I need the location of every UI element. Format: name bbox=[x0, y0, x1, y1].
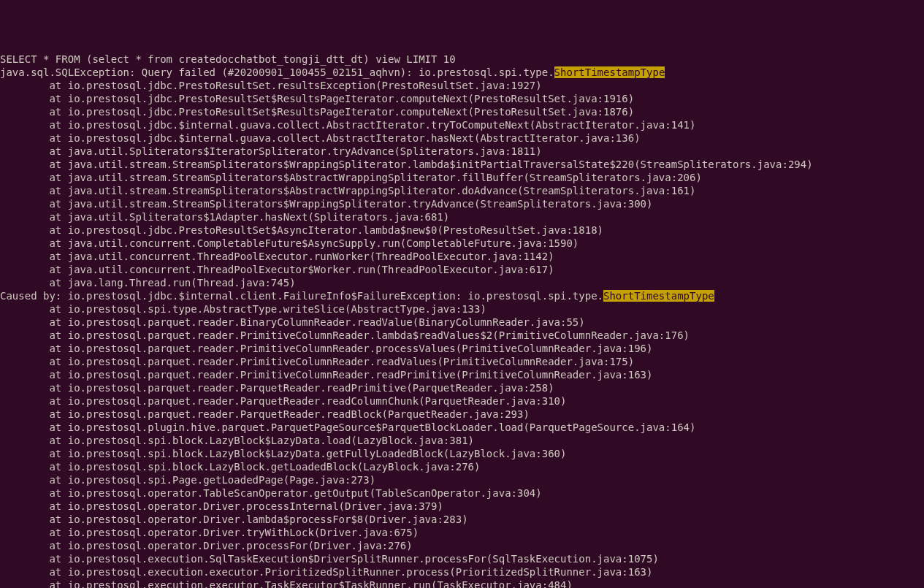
stacktrace-line: at io.prestosql.operator.Driver.tryWithL… bbox=[0, 526, 924, 539]
stacktrace-line: at io.prestosql.jdbc.PrestoResultSet$Res… bbox=[0, 105, 924, 118]
stacktrace-line: at io.prestosql.execution.executor.Prior… bbox=[0, 565, 924, 579]
stacktrace-line: at io.prestosql.plugin.hive.parquet.Parq… bbox=[0, 421, 924, 434]
stacktrace-line: at io.prestosql.jdbc.PrestoResultSet$Res… bbox=[0, 92, 924, 105]
stacktrace-line: at io.prestosql.parquet.reader.ParquetRe… bbox=[0, 394, 924, 408]
stacktrace-line: at io.prestosql.execution.SqlTaskExecuti… bbox=[0, 552, 924, 565]
stacktrace-line: at io.prestosql.jdbc.PrestoResultSet.res… bbox=[0, 79, 924, 92]
stacktrace-line: at io.prestosql.spi.block.LazyBlock.getL… bbox=[0, 460, 924, 473]
stacktrace-line: at io.prestosql.parquet.reader.Primitive… bbox=[0, 355, 924, 368]
stacktrace-line: at java.util.Spliterators$1Adapter.hasNe… bbox=[0, 210, 924, 224]
stacktrace-line: at java.util.concurrent.ThreadPoolExecut… bbox=[0, 250, 924, 263]
stacktrace-line: at java.util.Spliterators$IteratorSplite… bbox=[0, 145, 924, 158]
highlighted-type: ShortTimestampType bbox=[603, 290, 714, 302]
highlighted-type: ShortTimestampType bbox=[554, 66, 665, 78]
stacktrace-line: at java.util.stream.StreamSpliterators$W… bbox=[0, 197, 924, 210]
stacktrace-line: at io.prestosql.parquet.reader.Primitive… bbox=[0, 368, 924, 381]
stacktrace-line: at io.prestosql.spi.block.LazyBlock$Lazy… bbox=[0, 447, 924, 460]
stacktrace-line: at java.util.stream.StreamSpliterators$W… bbox=[0, 158, 924, 171]
stacktrace-line: at io.prestosql.parquet.reader.ParquetRe… bbox=[0, 381, 924, 394]
exception-text: java.sql.SQLException: Query failed (#20… bbox=[0, 66, 554, 78]
stacktrace-line: at java.util.stream.StreamSpliterators$A… bbox=[0, 171, 924, 184]
terminal-line: SELECT * FROM (select * from createdocch… bbox=[0, 53, 924, 66]
stacktrace-line: at io.prestosql.operator.TableScanOperat… bbox=[0, 486, 924, 500]
stacktrace-line: at io.prestosql.execution.executor.TaskE… bbox=[0, 579, 924, 588]
stacktrace-line: at io.prestosql.operator.Driver.processI… bbox=[0, 500, 924, 513]
stacktrace-line: at io.prestosql.parquet.reader.Primitive… bbox=[0, 329, 924, 342]
stacktrace-line: at java.util.concurrent.CompletableFutur… bbox=[0, 237, 924, 250]
stacktrace-line: at io.prestosql.jdbc.PrestoResultSet$Asy… bbox=[0, 224, 924, 237]
exception-line: java.sql.SQLException: Query failed (#20… bbox=[0, 66, 924, 79]
stacktrace-line: at io.prestosql.parquet.reader.BinaryCol… bbox=[0, 316, 924, 329]
stacktrace-line: at java.util.concurrent.ThreadPoolExecut… bbox=[0, 263, 924, 276]
stacktrace-line: at io.prestosql.parquet.reader.Primitive… bbox=[0, 342, 924, 355]
terminal-output: SELECT * FROM (select * from createdocch… bbox=[0, 53, 924, 588]
stacktrace-line: at java.util.stream.StreamSpliterators$A… bbox=[0, 184, 924, 197]
stacktrace-line: at io.prestosql.spi.Page.getLoadedPage(P… bbox=[0, 473, 924, 486]
stacktrace-line: at io.prestosql.jdbc.$internal.guava.col… bbox=[0, 118, 924, 131]
stacktrace-line: at io.prestosql.operator.Driver.processF… bbox=[0, 539, 924, 552]
stacktrace-line: at io.prestosql.spi.type.AbstractType.wr… bbox=[0, 302, 924, 316]
caused-by-line: Caused by: io.prestosql.jdbc.$internal.c… bbox=[0, 289, 924, 302]
stacktrace-line: at io.prestosql.parquet.reader.ParquetRe… bbox=[0, 408, 924, 421]
caused-by-text: Caused by: io.prestosql.jdbc.$internal.c… bbox=[0, 290, 603, 302]
stacktrace-line: at io.prestosql.spi.block.LazyBlock$Lazy… bbox=[0, 434, 924, 447]
stacktrace-line: at java.lang.Thread.run(Thread.java:745) bbox=[0, 276, 924, 289]
stacktrace-line: at io.prestosql.jdbc.$internal.guava.col… bbox=[0, 131, 924, 145]
stacktrace-line: at io.prestosql.operator.Driver.lambda$p… bbox=[0, 513, 924, 526]
